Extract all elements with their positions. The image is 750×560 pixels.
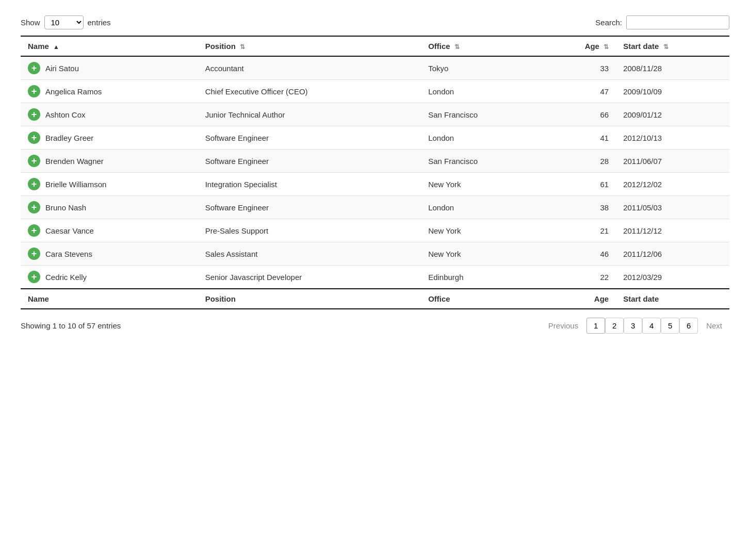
row-position-9: Senior Javascript Developer [198, 266, 421, 289]
row-name-7: Caesar Vance [45, 226, 94, 235]
expand-icon-8[interactable]: + [28, 248, 40, 260]
row-office-7: New York [421, 219, 543, 242]
page-buttons: 123456 [586, 318, 698, 334]
page-btn-3[interactable]: 3 [624, 318, 642, 334]
row-position-0: Accountant [198, 56, 421, 80]
page-btn-5[interactable]: 5 [661, 318, 679, 334]
expand-icon-6[interactable]: + [28, 201, 40, 213]
table-row: +Cara StevensSales AssistantNew York4620… [21, 242, 729, 266]
row-start-date-7: 2011/12/12 [616, 219, 729, 242]
table-row: +Ashton CoxJunior Technical AuthorSan Fr… [21, 103, 729, 126]
row-office-2: San Francisco [421, 103, 543, 126]
name-cell-3: +Bradley Greer [21, 126, 198, 150]
row-age-5: 61 [543, 173, 616, 196]
row-office-3: London [421, 126, 543, 150]
next-button[interactable]: Next [699, 318, 729, 333]
row-position-7: Pre-Sales Support [198, 219, 421, 242]
table-row: +Caesar VancePre-Sales SupportNew York21… [21, 219, 729, 242]
header-row: Name ▲ Position ⇅ Office ⇅ Age ⇅ Start d… [21, 36, 729, 56]
table-row: +Brenden WagnerSoftware EngineerSan Fran… [21, 150, 729, 173]
expand-icon-0[interactable]: + [28, 62, 40, 74]
prev-button[interactable]: Previous [541, 318, 585, 333]
page-btn-2[interactable]: 2 [605, 318, 624, 334]
row-start-date-3: 2012/10/13 [616, 126, 729, 150]
expand-icon-9[interactable]: + [28, 271, 40, 283]
row-office-6: London [421, 196, 543, 219]
controls-bottom: Showing 1 to 10 of 57 entries Previous 1… [21, 318, 729, 334]
col-name-label: Name [28, 42, 49, 51]
row-age-2: 66 [543, 103, 616, 126]
pagination: Previous 123456 Next [541, 318, 729, 334]
row-name-0: Airi Satou [45, 64, 79, 73]
row-age-7: 21 [543, 219, 616, 242]
name-cell-4: +Brenden Wagner [21, 150, 198, 173]
name-cell-5: +Brielle Williamson [21, 173, 198, 196]
row-start-date-8: 2011/12/06 [616, 242, 729, 266]
footer-name: Name [21, 289, 198, 309]
table-row: +Brielle WilliamsonIntegration Specialis… [21, 173, 729, 196]
col-start-date[interactable]: Start date ⇅ [616, 36, 729, 56]
footer-office: Office [421, 289, 543, 309]
row-age-3: 41 [543, 126, 616, 150]
row-age-1: 47 [543, 80, 616, 103]
row-office-1: London [421, 80, 543, 103]
sort-icon-age: ⇅ [604, 43, 609, 51]
table-row: +Airi SatouAccountantTokyo332008/11/28 [21, 56, 729, 80]
sort-icon-name: ▲ [53, 43, 59, 51]
col-name[interactable]: Name ▲ [21, 36, 198, 56]
expand-icon-5[interactable]: + [28, 178, 40, 190]
sort-icon-office: ⇅ [454, 43, 460, 51]
entries-label: entries [88, 18, 111, 27]
row-start-date-0: 2008/11/28 [616, 56, 729, 80]
col-position[interactable]: Position ⇅ [198, 36, 421, 56]
search-input[interactable] [626, 15, 729, 29]
row-age-4: 28 [543, 150, 616, 173]
row-name-4: Brenden Wagner [45, 157, 104, 166]
page-btn-6[interactable]: 6 [679, 318, 698, 334]
row-start-date-9: 2012/03/29 [616, 266, 729, 289]
name-cell-0: +Airi Satou [21, 56, 198, 80]
row-age-9: 22 [543, 266, 616, 289]
row-position-8: Sales Assistant [198, 242, 421, 266]
col-office-label: Office [428, 42, 450, 51]
col-age-label: Age [585, 42, 599, 51]
showing-text: Showing 1 to 10 of 57 entries [21, 321, 121, 330]
row-position-1: Chief Executive Officer (CEO) [198, 80, 421, 103]
sort-icon-position: ⇅ [240, 43, 245, 51]
col-position-label: Position [205, 42, 236, 51]
expand-icon-3[interactable]: + [28, 131, 40, 144]
col-office[interactable]: Office ⇅ [421, 36, 543, 56]
footer-position: Position [198, 289, 421, 309]
page-btn-4[interactable]: 4 [642, 318, 661, 334]
expand-icon-1[interactable]: + [28, 85, 40, 97]
row-age-6: 38 [543, 196, 616, 219]
expand-icon-4[interactable]: + [28, 155, 40, 167]
footer-start-date: Start date [616, 289, 729, 309]
row-name-6: Bruno Nash [45, 203, 86, 212]
search-box: Search: [595, 15, 729, 29]
row-start-date-4: 2011/06/07 [616, 150, 729, 173]
row-start-date-1: 2009/10/09 [616, 80, 729, 103]
table-row: +Bruno NashSoftware EngineerLondon382011… [21, 196, 729, 219]
page-btn-1[interactable]: 1 [586, 318, 605, 334]
table-footer: Name Position Office Age Start date [21, 289, 729, 309]
controls-top: Show 102550100 entries Search: [21, 15, 729, 29]
expand-icon-2[interactable]: + [28, 108, 40, 121]
row-start-date-5: 2012/12/02 [616, 173, 729, 196]
name-cell-7: +Caesar Vance [21, 219, 198, 242]
row-position-3: Software Engineer [198, 126, 421, 150]
row-position-2: Junior Technical Author [198, 103, 421, 126]
row-office-5: New York [421, 173, 543, 196]
entries-select[interactable]: 102550100 [44, 15, 84, 29]
col-start-date-label: Start date [623, 42, 659, 51]
table-header: Name ▲ Position ⇅ Office ⇅ Age ⇅ Start d… [21, 36, 729, 56]
row-age-0: 33 [543, 56, 616, 80]
show-label: Show [21, 18, 40, 27]
row-name-3: Bradley Greer [45, 134, 93, 142]
table-row: +Bradley GreerSoftware EngineerLondon412… [21, 126, 729, 150]
col-age[interactable]: Age ⇅ [543, 36, 616, 56]
expand-icon-7[interactable]: + [28, 224, 40, 237]
row-office-8: New York [421, 242, 543, 266]
row-position-6: Software Engineer [198, 196, 421, 219]
table-row: +Angelica RamosChief Executive Officer (… [21, 80, 729, 103]
